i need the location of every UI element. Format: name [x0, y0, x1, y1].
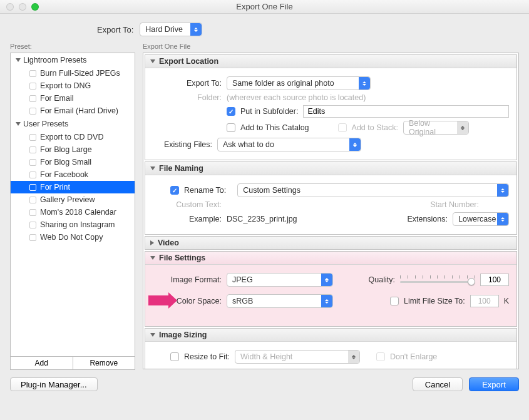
example-label: Example:	[153, 215, 222, 223]
stack-position-select: Below Original	[403, 121, 469, 135]
preset-item[interactable]: For Email	[11, 92, 135, 105]
preset-list[interactable]: Lightroom PresetsBurn Full-Sized JPEGsEx…	[10, 53, 135, 357]
preset-item[interactable]: For Facebook	[11, 168, 135, 181]
window-title: Export One File	[0, 2, 529, 11]
preset-checkbox-icon	[29, 108, 36, 115]
preset-item-label: Export to DNG	[40, 81, 91, 90]
preset-checkbox-icon	[29, 209, 36, 216]
chevron-updown-icon	[497, 184, 508, 197]
preset-checkbox-icon	[29, 234, 36, 241]
preset-item-label: Mom's 2018 Calendar	[40, 208, 116, 217]
quality-input[interactable]	[480, 274, 509, 286]
panel-file-settings: File Settings Image Format: JPEG Quality…	[145, 251, 517, 327]
panel-title: Export Location	[159, 57, 218, 66]
panel-header-export-location[interactable]: Export Location	[145, 55, 516, 68]
panel-title: Image Sizing	[159, 330, 207, 339]
window-controls	[0, 3, 39, 11]
close-window-icon[interactable]	[6, 3, 14, 11]
rename-to-select[interactable]: Custom Settings	[237, 183, 509, 197]
preset-item-label: Burn Full-Sized JPEGs	[40, 69, 120, 78]
image-format-label: Image Format:	[153, 275, 222, 284]
preset-item[interactable]: Mom's 2018 Calendar	[11, 206, 135, 218]
folder-label: Folder:	[153, 93, 222, 102]
disclosure-icon	[150, 333, 155, 337]
color-space-select[interactable]: sRGB	[227, 294, 333, 308]
put-in-subfolder-checkbox[interactable]	[227, 107, 235, 116]
export-button[interactable]: Export	[469, 377, 519, 391]
existing-files-select[interactable]: Ask what to do	[217, 138, 361, 151]
preset-item-label: For Print	[40, 183, 70, 192]
preset-checkbox-icon	[29, 95, 36, 102]
preset-group-label: Lightroom Presets	[23, 56, 86, 64]
chevron-updown-icon	[190, 23, 202, 36]
disclosure-icon	[150, 256, 155, 260]
settings-scroll[interactable]: Export Location Export To: Same folder a…	[143, 53, 519, 369]
preset-item-label: For Facebook	[40, 170, 88, 179]
preset-item-label: For Blog Small	[40, 158, 91, 166]
add-to-stack-label: Add to Stack:	[352, 123, 398, 132]
preset-item[interactable]: Web Do Not Copy	[11, 231, 135, 243]
disclosure-icon	[150, 166, 155, 170]
cancel-button[interactable]: Cancel	[413, 377, 463, 391]
preset-checkbox-icon	[29, 172, 36, 178]
panel-header-file-settings[interactable]: File Settings	[145, 252, 516, 265]
preset-group[interactable]: User Presets	[11, 117, 135, 131]
export-to-label2: Export To:	[153, 79, 222, 88]
resize-to-fit-checkbox[interactable]	[170, 352, 179, 361]
rename-to-checkbox[interactable]	[170, 186, 179, 195]
minimize-window-icon[interactable]	[19, 3, 26, 11]
limit-unit: K	[504, 297, 509, 305]
preset-group[interactable]: Lightroom Presets	[11, 53, 135, 67]
panel-video: Video	[145, 236, 517, 250]
preset-item[interactable]: Export to DNG	[11, 79, 135, 92]
panel-image-sizing: Image Sizing Resize to Fit: Width & Heig…	[145, 328, 517, 369]
chevron-updown-icon	[359, 77, 370, 90]
subfolder-input[interactable]	[303, 105, 509, 118]
panel-header-file-naming[interactable]: File Naming	[145, 162, 516, 175]
preset-item[interactable]: Export to CD DVD	[11, 131, 135, 143]
export-to-folder-select[interactable]: Same folder as original photo	[227, 76, 371, 90]
add-to-catalog-label: Add to This Catalog	[240, 123, 309, 132]
preset-item[interactable]: For Blog Large	[11, 143, 135, 156]
chevron-updown-icon	[348, 351, 359, 363]
export-to-select[interactable]: Hard Drive	[140, 23, 202, 36]
preset-checkbox-icon	[29, 146, 36, 153]
preset-item-label: Export to CD DVD	[40, 133, 103, 141]
panel-header-image-sizing[interactable]: Image Sizing	[145, 329, 516, 342]
folder-value: (wherever each source photo is located)	[227, 93, 366, 102]
panel-header-video[interactable]: Video	[145, 237, 516, 249]
dont-enlarge-label: Don't Enlarge	[390, 352, 437, 361]
preset-item[interactable]: For Print	[11, 181, 135, 193]
preset-item-label: For Blog Large	[40, 145, 92, 154]
chevron-updown-icon	[321, 295, 332, 307]
preset-item-label: For Email (Hard Drive)	[40, 106, 118, 115]
zoom-window-icon[interactable]	[31, 3, 39, 11]
preset-item[interactable]: For Blog Small	[11, 156, 135, 168]
add-to-stack-checkbox	[338, 123, 347, 132]
plugin-manager-button[interactable]: Plug-in Manager...	[10, 377, 98, 391]
rename-to-label: Rename To:	[184, 186, 226, 195]
limit-file-size-checkbox[interactable]	[390, 297, 399, 305]
add-preset-button[interactable]: Add	[11, 357, 73, 369]
export-to-value: Hard Drive	[145, 25, 183, 34]
preset-item[interactable]: For Email (Hard Drive)	[11, 105, 135, 117]
limit-file-size-input	[470, 295, 499, 307]
annotation-arrow-icon	[148, 295, 170, 305]
add-to-catalog-checkbox[interactable]	[227, 123, 235, 132]
remove-preset-button[interactable]: Remove	[73, 357, 135, 369]
preset-item[interactable]: Sharing on Instagram	[11, 218, 135, 231]
chevron-updown-icon	[497, 213, 508, 225]
preset-item[interactable]: Burn Full-Sized JPEGs	[11, 67, 135, 79]
dont-enlarge-checkbox	[376, 352, 385, 361]
chevron-updown-icon	[349, 138, 361, 151]
image-format-select[interactable]: JPEG	[227, 273, 333, 287]
disclosure-icon	[16, 58, 21, 62]
disclosure-icon	[150, 59, 155, 63]
chevron-updown-icon	[457, 121, 468, 134]
export-to-row: Export To: Hard Drive	[97, 14, 529, 43]
chevron-updown-icon	[321, 274, 332, 286]
extensions-select[interactable]: Lowercase	[453, 212, 509, 226]
export-to-label: Export To:	[97, 25, 133, 34]
preset-item[interactable]: Gallery Preview	[11, 193, 135, 206]
quality-slider[interactable]	[400, 274, 475, 285]
